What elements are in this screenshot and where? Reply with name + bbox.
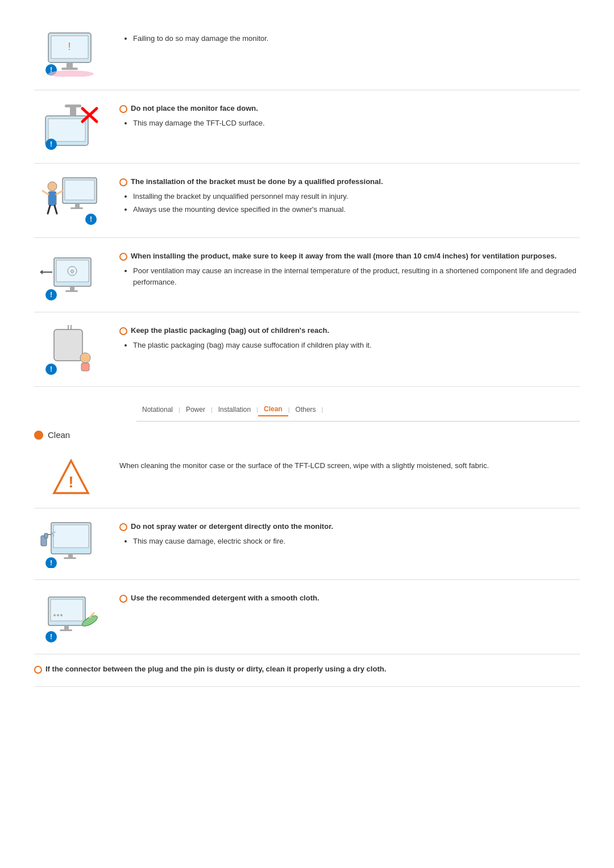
section-connector: If the connector between the plug and th… [34,654,580,687]
section-detergent-content: Use the recommended detergent with a smo… [119,591,580,607]
svg-rect-2 [67,62,73,68]
detergent-illustration: ! [40,591,102,642]
section-ventilation-img: ⚙ ! [34,249,108,301]
svg-rect-50 [64,557,76,559]
nav-bar: Notational | Power | Installation | Clea… [136,398,580,422]
nav-installation[interactable]: Installation [213,403,256,416]
svg-line-22 [43,191,48,194]
section-bracket-img: ! [34,175,108,226]
svg-rect-52 [44,533,48,538]
clean-intro-text: When cleaning the monitor case or the su… [119,458,580,472]
svg-rect-19 [70,207,83,209]
section-connector-title: If the connector between the plug and th… [34,665,580,674]
clean-intro-section: ! When cleaning the monitor case or the … [34,448,580,508]
section-failing-content: Failing to do so may damage the monitor. [119,28,580,46]
bullet-bracket-2: Always use the mounting device specified… [133,204,580,215]
orange-circle-connector [34,666,42,674]
section-nospray-title: Do not spray water or detergent directly… [119,522,580,531]
warning-triangle-icon: ! [51,458,91,498]
section-ventilation: ⚙ ! When installing the product, make su… [34,238,580,312]
section-facedown-content: Do not place the monitor face down. This… [119,102,580,131]
svg-line-25 [55,206,57,214]
svg-text:!: ! [50,291,52,299]
svg-rect-9 [48,119,85,141]
clean-heading-dot [34,431,43,440]
nav-clean[interactable]: Clean [258,403,288,416]
section-detergent-img: ! [34,591,108,642]
svg-point-62 [57,614,59,616]
svg-text:⚙: ⚙ [70,269,74,274]
bullet-packaging-1: The plastic packaging (bag) may cause su… [133,340,580,351]
svg-text:!: ! [68,41,70,52]
svg-rect-48 [53,525,89,548]
bullet-failing-1: Failing to do so may damage the monitor. [133,33,580,44]
svg-rect-10 [70,106,76,115]
section-ventilation-title: When installing the product, make sure t… [119,252,580,261]
section-nospray-content: Do not spray water or detergent directly… [119,520,580,549]
svg-rect-18 [75,203,80,208]
section-ventilation-content: When installing the product, make sure t… [119,249,580,289]
svg-point-54 [51,532,53,535]
section-packaging-img: ! [34,324,108,375]
bullet-nospray-1: This may cause damage, electric shock or… [133,536,580,547]
svg-rect-34 [70,286,74,291]
svg-point-41 [80,353,90,363]
packaging-illustration: ! [40,324,102,375]
section-detergent-title: Use the recommended detergent with a smo… [119,594,580,603]
orange-circle-bracket [119,178,127,186]
monitor-caution-illustration: ! ! [40,28,102,77]
svg-point-55 [54,532,56,533]
svg-text:!: ! [50,365,52,373]
svg-line-24 [48,206,50,214]
bullet-ventilation-1: Poor ventilation may cause an increase i… [133,265,580,287]
bracket-illustration: ! [40,175,102,226]
section-failing: ! ! Failing to do so may damage the moni… [34,17,580,90]
section-bracket: ! The installation of the bracket must b… [34,164,580,238]
spray-illustration: ! [40,520,102,568]
svg-rect-60 [51,599,83,621]
orange-circle-detergent [119,595,127,603]
svg-rect-64 [64,625,69,630]
svg-rect-11 [65,105,81,107]
clean-heading-text: Clean [48,430,70,440]
svg-rect-49 [68,554,73,558]
svg-point-63 [60,614,63,616]
bullet-facedown-1: This may damage the TFT-LCD surface. [133,118,580,129]
nav-notational[interactable]: Notational [136,403,179,416]
clean-intro-img: ! [34,458,108,498]
section-bracket-title: The installation of the bracket must be … [119,177,580,186]
svg-rect-21 [48,191,56,206]
section-packaging-title: Keep the plastic packaging (bag) out of … [119,326,580,335]
section-detergent: ! Use the recommended detergent with a s… [34,580,580,654]
ventilation-illustration: ⚙ ! [40,249,102,301]
section-bracket-content: The installation of the bracket must be … [119,175,580,216]
nav-others[interactable]: Others [290,403,322,416]
orange-circle-ventilation [119,253,127,261]
orange-circle-nospray [119,523,127,531]
svg-text:!: ! [50,559,52,567]
svg-text:!: ! [68,473,73,491]
facedown-illustration: ! [40,102,102,150]
nav-sep-5: | [322,406,323,413]
section-facedown-img: ! [34,102,108,152]
section-failing-img: ! ! [34,28,108,78]
svg-rect-65 [60,629,72,631]
svg-text:!: ! [50,140,52,148]
svg-text:!: ! [90,215,92,223]
svg-point-20 [48,182,57,191]
section-packaging: ! Keep the plastic packaging (bag) out o… [34,312,580,387]
svg-rect-35 [65,290,78,292]
svg-rect-42 [81,363,89,371]
svg-marker-29 [40,270,43,274]
svg-line-23 [56,191,63,194]
nav-power[interactable]: Power [180,403,211,416]
svg-rect-3 [61,68,78,70]
clean-heading: Clean [34,429,580,440]
svg-point-61 [53,614,56,616]
orange-circle-facedown [119,105,127,113]
svg-text:!: ! [50,633,52,641]
orange-circle-packaging [119,327,127,335]
svg-rect-38 [54,329,82,361]
bullet-bracket-1: Installing the bracket by unqualified pe… [133,191,580,202]
section-facedown-title: Do not place the monitor face down. [119,104,580,113]
